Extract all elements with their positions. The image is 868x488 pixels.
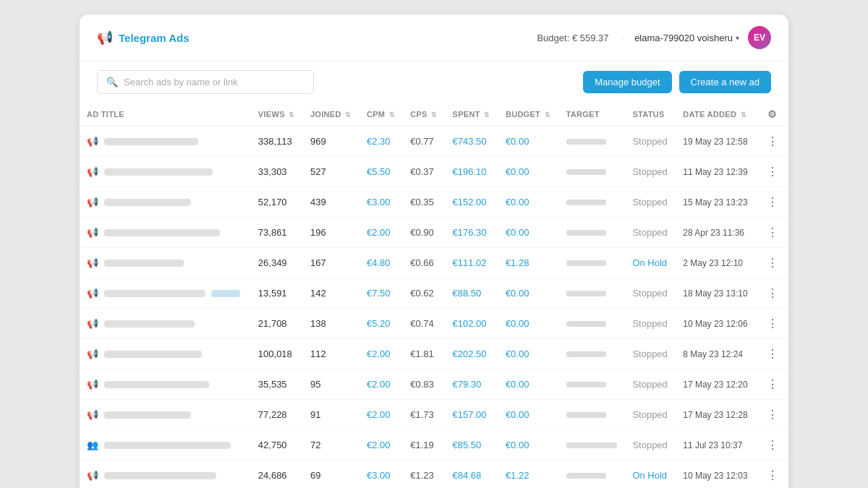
cpm-cell: €5.20 (359, 309, 403, 339)
ad-title-blurred (104, 351, 202, 358)
col-settings[interactable]: ⚙ (757, 103, 788, 127)
more-button[interactable]: ⋮ (764, 285, 781, 301)
ad-title-cell: 📢 (80, 309, 251, 339)
date-cell: 8 May 23 12:24 (676, 339, 757, 369)
ad-title-blurred (104, 199, 191, 206)
col-ad-title: AD TITLE (80, 103, 251, 127)
budget-label: Budget: (537, 33, 569, 43)
avatar[interactable]: EV (748, 26, 771, 49)
more-button[interactable]: ⋮ (764, 467, 781, 484)
budget-cell: €0.00 (498, 187, 559, 218)
views-cell: 42,750 (251, 430, 303, 461)
more-actions-cell[interactable]: ⋮ (757, 430, 788, 461)
user-info[interactable]: elama-799020 voisheru ▾ (634, 33, 739, 43)
more-actions-cell[interactable]: ⋮ (757, 157, 788, 187)
status-cell: Stopped (625, 369, 676, 400)
more-button[interactable]: ⋮ (764, 437, 781, 453)
spent-cell: €157.00 (446, 400, 498, 430)
budget-cell: €1.28 (498, 248, 559, 278)
more-actions-cell[interactable]: ⋮ (757, 369, 788, 400)
col-views[interactable]: VIEWS ⇅ (251, 103, 303, 127)
target-cell (559, 157, 626, 187)
target-cell (559, 127, 626, 157)
search-input[interactable] (124, 77, 305, 87)
joined-cell: 969 (303, 127, 359, 157)
target-cell (559, 461, 626, 489)
target-blurred (566, 473, 606, 479)
cpm-cell: €5.50 (359, 157, 403, 187)
ad-title-cell: 📢 (80, 339, 251, 369)
joined-cell: 527 (303, 157, 359, 187)
ad-title-cell: 📢 (80, 218, 251, 248)
more-button[interactable]: ⋮ (764, 163, 781, 180)
date-cell: 10 May 23 12:06 (676, 309, 757, 339)
ad-icon: 📢 (87, 409, 98, 420)
table-container: AD TITLE VIEWS ⇅ JOINED ⇅ CPM ⇅ CPS ⇅ SP… (80, 103, 788, 488)
status-cell: Stopped (625, 127, 676, 157)
more-button[interactable]: ⋮ (764, 133, 781, 150)
ad-icon: 📢 (87, 197, 98, 207)
more-button[interactable]: ⋮ (764, 254, 781, 271)
col-joined[interactable]: JOINED ⇅ (303, 103, 359, 127)
cps-cell: €0.37 (403, 157, 445, 187)
cps-cell: €0.90 (403, 218, 445, 248)
ads-table: AD TITLE VIEWS ⇅ JOINED ⇅ CPM ⇅ CPS ⇅ SP… (80, 103, 788, 488)
cps-cell: €1.73 (403, 400, 445, 430)
col-cpm[interactable]: CPM ⇅ (359, 103, 403, 127)
more-actions-cell[interactable]: ⋮ (757, 248, 788, 278)
date-cell: 17 May 23 12:20 (676, 369, 757, 400)
more-actions-cell[interactable]: ⋮ (757, 127, 788, 157)
views-cell: 52,170 (251, 187, 303, 218)
more-actions-cell[interactable]: ⋮ (757, 461, 788, 489)
status-cell: Stopped (625, 278, 676, 309)
ad-title-cell: 📢 (80, 157, 251, 187)
joined-cell: 142 (303, 278, 359, 309)
more-button[interactable]: ⋮ (764, 194, 781, 210)
col-date-added[interactable]: DATE ADDED ⇅ (676, 103, 757, 127)
ad-title-blurred (104, 411, 191, 419)
target-cell (559, 400, 626, 430)
col-spent[interactable]: SPENT ⇅ (446, 103, 498, 127)
status-cell: Stopped (625, 218, 676, 248)
ad-title-cell: 📢 (80, 187, 251, 218)
table-row: 👥 42,750 72 €2.00 €1.19 €85.50 €0.00 Sto… (80, 430, 788, 461)
more-actions-cell[interactable]: ⋮ (757, 278, 788, 309)
more-actions-cell[interactable]: ⋮ (757, 339, 788, 369)
col-budget[interactable]: BUDGET ⇅ (498, 103, 559, 127)
budget-cell: €0.00 (498, 369, 559, 400)
search-box[interactable]: 🔍 (97, 70, 314, 94)
budget-cell: €0.00 (498, 157, 559, 187)
views-cell: 77,228 (251, 400, 303, 430)
more-button[interactable]: ⋮ (764, 376, 781, 393)
more-actions-cell[interactable]: ⋮ (757, 309, 788, 339)
manage-budget-button[interactable]: Manage budget (583, 71, 671, 93)
more-button[interactable]: ⋮ (764, 224, 781, 241)
ad-title-blurred (104, 260, 184, 267)
target-blurred (566, 139, 606, 145)
more-button[interactable]: ⋮ (764, 315, 781, 332)
target-blurred (566, 412, 606, 418)
table-row: 📢 21,708 138 €5.20 €0.74 €102.00 €0.00 S… (80, 309, 788, 339)
more-actions-cell[interactable]: ⋮ (757, 400, 788, 430)
more-actions-cell[interactable]: ⋮ (757, 218, 788, 248)
create-ad-button[interactable]: Create a new ad (679, 71, 771, 93)
more-button[interactable]: ⋮ (764, 406, 781, 423)
spent-cell: €152.00 (446, 187, 498, 218)
cpm-cell: €2.00 (359, 218, 403, 248)
table-row: 📢 13,591 142 €7.50 €0.62 €88.50 €0.00 St… (80, 278, 788, 309)
spent-cell: €176.30 (446, 218, 498, 248)
chevron-down-icon: ▾ (736, 34, 739, 42)
ad-title-blurred (104, 229, 220, 236)
more-actions-cell[interactable]: ⋮ (757, 187, 788, 218)
views-cell: 26,349 (251, 248, 303, 278)
date-cell: 2 May 23 12:10 (676, 248, 757, 278)
date-cell: 15 May 23 13:23 (676, 187, 757, 218)
ad-title-cell: 📢 (80, 369, 251, 400)
table-row: 📢 100,018 112 €2.00 €1.81 €202.50 €0.00 … (80, 339, 788, 369)
more-button[interactable]: ⋮ (764, 346, 781, 362)
col-cps[interactable]: CPS ⇅ (403, 103, 445, 127)
cpm-cell: €2.00 (359, 339, 403, 369)
ad-icon: 📢 (87, 257, 98, 268)
target-cell (559, 218, 626, 248)
date-cell: 18 May 23 13:10 (676, 278, 757, 309)
